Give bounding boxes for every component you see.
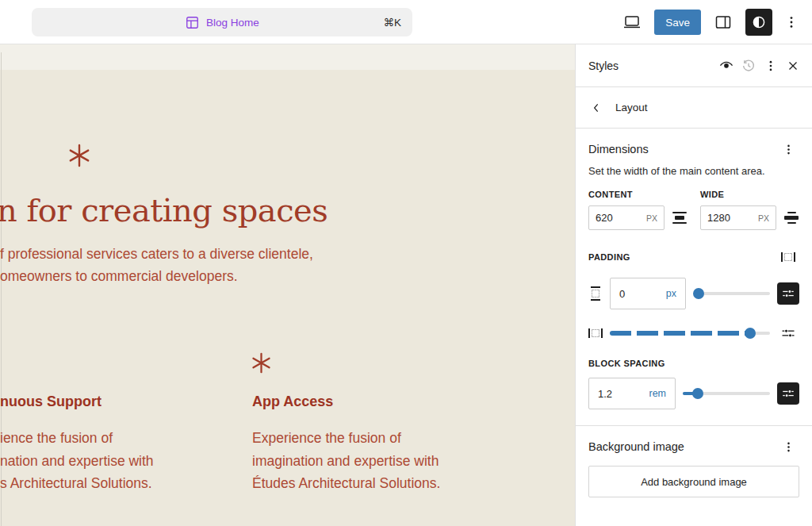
block-spacing-label: BLOCK SPACING: [588, 359, 799, 368]
command-palette-button[interactable]: Blog Home ⌘K: [32, 8, 412, 36]
site-preview-canvas[interactable]: n for creating spaces f professional ser…: [0, 44, 575, 526]
block-spacing-value: 1.2: [598, 388, 649, 400]
styles-options-button[interactable]: [760, 55, 782, 77]
vertical-padding-value: 0: [619, 288, 666, 300]
horizontal-padding-icon: [588, 326, 603, 340]
block-spacing-input[interactable]: 1.2 rem: [588, 378, 676, 409]
dimensions-options-button[interactable]: [777, 138, 799, 160]
feature-right-line: imagination and expertise with: [252, 450, 440, 473]
content-width-input[interactable]: 620 PX: [588, 205, 665, 230]
vertical-padding-slider[interactable]: [693, 287, 770, 300]
sliders-icon: [781, 386, 795, 401]
vertical-padding-input[interactable]: 0 px: [610, 278, 686, 309]
background-image-heading: Background image: [588, 440, 684, 453]
content-width-value: 620: [596, 212, 646, 224]
command-palette-label: Blog Home: [206, 17, 259, 29]
chevron-left-icon: [590, 102, 603, 114]
wide-width-input[interactable]: 1280 PX: [700, 205, 776, 230]
feature-title-left: nuous Support: [0, 394, 102, 410]
vertical-padding-unit[interactable]: px: [666, 288, 676, 299]
all-sides-icon: [781, 250, 795, 264]
vertical-padding-icon: [588, 286, 603, 301]
panel-title: Layout: [615, 102, 648, 113]
template-icon: [185, 15, 200, 30]
wide-width-label: WIDE: [700, 190, 799, 199]
background-options-button[interactable]: [777, 436, 799, 458]
editor-top-bar: Blog Home ⌘K Save: [0, 0, 812, 44]
device-preview-button[interactable]: [619, 10, 645, 35]
horizontal-padding-slider[interactable]: [610, 327, 770, 340]
sidebar-toggle-icon: [714, 13, 733, 32]
close-sidebar-button[interactable]: [782, 55, 804, 77]
feature-right-line: Experience the fusion of: [252, 427, 440, 450]
asterisk-decoration-icon: [67, 144, 91, 171]
styles-sidebar: Styles: [575, 44, 812, 526]
sliders-icon: [780, 325, 796, 341]
hero-paragraph-line2: omeowners to commercial developers.: [0, 265, 313, 287]
back-button[interactable]: [588, 100, 604, 116]
hero-paragraph: f professional services caters to a dive…: [0, 243, 313, 287]
hero-heading: n for creating spaces: [0, 192, 327, 228]
sidebar-title: Styles: [588, 60, 715, 72]
ellipsis-vertical-icon: [783, 14, 799, 30]
feature-left-line: nation and expertise with: [0, 450, 154, 473]
preview-styles-button[interactable]: [715, 55, 737, 77]
revisions-button[interactable]: [737, 55, 760, 77]
styles-sidebar-header: Styles: [576, 44, 812, 87]
horizontal-padding-options-button[interactable]: [777, 322, 799, 344]
content-width-field: CONTENT 620 PX: [588, 190, 688, 230]
laptop-icon: [622, 13, 642, 32]
feature-right-line: Études Architectural Solutions.: [252, 472, 440, 495]
ellipsis-vertical-icon: [782, 440, 795, 454]
save-button[interactable]: Save: [654, 10, 701, 35]
padding-link-sides-button[interactable]: [777, 246, 799, 268]
layout-breadcrumb-row: Layout: [576, 87, 812, 129]
feature-title-right: App Access: [252, 394, 333, 410]
eye-icon: [718, 57, 735, 75]
toolbar-actions: Save: [619, 0, 801, 44]
ellipsis-vertical-icon: [782, 143, 795, 156]
section-divider: [576, 425, 812, 426]
padding-label: PADDING: [588, 252, 630, 262]
feature-text-right: Experience the fusion of imagination and…: [252, 427, 440, 495]
wide-width-value: 1280: [707, 212, 758, 224]
hero-paragraph-line1: f professional services caters to a dive…: [0, 243, 313, 265]
add-background-image-button[interactable]: Add background image: [588, 466, 799, 497]
feature-text-left: ience the fusion of nation and expertise…: [0, 427, 154, 495]
padding-options-button-active[interactable]: [777, 282, 799, 305]
content-width-label: CONTENT: [588, 190, 688, 199]
wide-width-icon: [783, 212, 799, 224]
feature-left-line: s Architectural Solutions.: [0, 472, 154, 495]
content-width-icon: [672, 212, 688, 224]
dimensions-heading: Dimensions: [588, 143, 649, 155]
wide-width-unit[interactable]: PX: [758, 213, 769, 223]
settings-sidebar-toggle-button[interactable]: [710, 10, 736, 35]
wide-width-field: WIDE 1280 PX: [700, 190, 799, 230]
options-menu-button[interactable]: [782, 10, 801, 35]
command-shortcut: ⌘K: [383, 16, 401, 29]
site-header-strip: [0, 44, 575, 70]
block-spacing-unit[interactable]: rem: [649, 388, 666, 399]
dimensions-description: Set the width of the main content area.: [588, 165, 799, 177]
layout-panel-body: Dimensions Set the width of the main con…: [576, 129, 812, 497]
content-width-unit[interactable]: PX: [646, 213, 657, 223]
close-icon: [786, 59, 800, 73]
block-spacing-slider[interactable]: [683, 387, 770, 400]
feature-left-line: ience the fusion of: [0, 427, 154, 450]
sliders-icon: [781, 286, 795, 301]
block-spacing-options-button-active[interactable]: [777, 382, 799, 405]
history-clock-icon: [740, 57, 757, 75]
ellipsis-vertical-icon: [764, 59, 778, 73]
style-book-button[interactable]: [745, 9, 772, 36]
contrast-icon: [750, 13, 768, 31]
asterisk-decoration-icon: [251, 352, 272, 377]
